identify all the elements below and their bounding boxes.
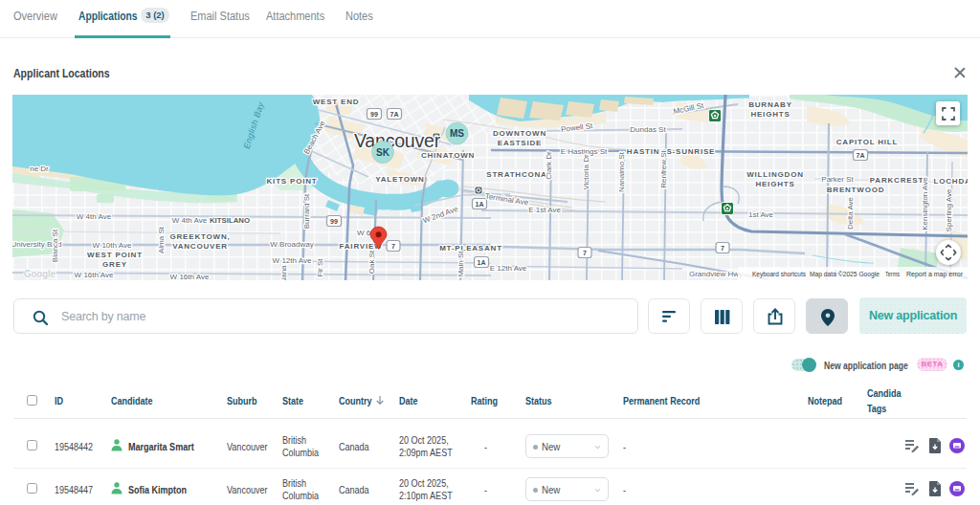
svg-text:Blanca St: Blanca St	[51, 229, 59, 262]
svg-text:Kensington Ave: Kensington Ave	[921, 177, 929, 231]
svg-text:WILLINGDON: WILLINGDON	[746, 170, 804, 179]
svg-text:CHINATOWN: CHINATOWN	[421, 151, 475, 160]
svg-text:CAPITOL HILL: CAPITOL HILL	[836, 138, 898, 146]
svg-text:1A: 1A	[476, 201, 484, 208]
svg-text:Vancouver: Vancouver	[354, 130, 441, 151]
svg-text:W 16th Ave: W 16th Ave	[75, 271, 114, 279]
svg-text:7A: 7A	[390, 111, 399, 118]
svg-text:SK: SK	[376, 147, 390, 158]
svg-text:7: 7	[583, 250, 587, 256]
svg-text:Nana: Nana	[279, 265, 288, 280]
svg-text:Parker St: Parker St	[821, 175, 854, 184]
svg-text:VANCOUVER: VANCOUVER	[172, 242, 228, 251]
svg-text:HEIGHTS: HEIGHTS	[750, 110, 790, 119]
svg-text:E 12th Ave: E 12th Ave	[490, 264, 527, 273]
svg-text:Alma St: Alma St	[157, 226, 166, 253]
svg-text:99: 99	[330, 218, 338, 225]
svg-text:EASTSIDE: EASTSIDE	[498, 139, 542, 147]
svg-text:ne Dr: ne Dr	[30, 165, 49, 173]
svg-text:Nanaimo St: Nanaimo St	[617, 151, 626, 192]
svg-text:Renfrew St: Renfrew St	[659, 149, 668, 187]
svg-text:Map data ©2025 Google: Map data ©2025 Google	[810, 270, 880, 278]
svg-text:Google: Google	[24, 268, 56, 279]
svg-text:BURNABY: BURNABY	[748, 100, 792, 109]
svg-text:HEIGHTS: HEIGHTS	[755, 180, 794, 188]
svg-text:Terms: Terms	[885, 270, 900, 278]
svg-text:Victoria Dr: Victoria Dr	[582, 154, 590, 190]
svg-text:7: 7	[721, 245, 724, 252]
svg-text:7: 7	[391, 243, 395, 250]
svg-text:Fir St: Fir St	[316, 258, 324, 277]
svg-text:7A: 7A	[857, 152, 865, 159]
svg-text:PARKCREST: PARKCREST	[870, 176, 924, 185]
svg-text:W 4th Ave: W 4th Ave	[77, 212, 112, 221]
svg-text:Keyboard shortcuts: Keyboard shortcuts	[752, 270, 806, 278]
svg-text:KITSILANO: KITSILANO	[210, 216, 250, 225]
svg-text:GREEKTOWN,: GREEKTOWN,	[170, 232, 231, 241]
svg-text:LOCHDALE: LOCHDALE	[934, 177, 968, 186]
svg-text:Burrard St: Burrard St	[302, 193, 311, 229]
svg-text:W 12th Ave: W 12th Ave	[273, 256, 312, 265]
svg-text:Report a map error: Report a map error	[906, 270, 964, 278]
svg-text:MS: MS	[450, 128, 464, 139]
svg-text:W 16th Ave: W 16th Ave	[170, 273, 210, 280]
svg-text:YALETOWN: YALETOWN	[375, 175, 424, 184]
svg-text:Grandview Hwy: Grandview Hwy	[689, 270, 743, 278]
svg-text:MT-PLEASANT: MT-PLEASANT	[439, 244, 502, 252]
svg-text:WEST END: WEST END	[313, 98, 360, 106]
svg-text:HASTINGS-SUNRISE: HASTINGS-SUNRISE	[627, 147, 715, 156]
svg-text:W Broadway: W Broadway	[270, 240, 313, 249]
svg-text:Clark Dr: Clark Dr	[545, 151, 553, 180]
svg-text:DOWNTOWN: DOWNTOWN	[493, 129, 546, 138]
svg-text:KITS POINT: KITS POINT	[267, 177, 318, 186]
svg-text:WEST POINT: WEST POINT	[87, 251, 143, 259]
svg-text:Sperling Ave: Sperling Ave	[945, 188, 953, 231]
svg-text:Oak St: Oak St	[368, 250, 376, 274]
svg-text:Delta Ave: Delta Ave	[846, 196, 855, 230]
svg-text:1st Ave: 1st Ave	[748, 210, 774, 219]
svg-text:1A: 1A	[478, 259, 486, 266]
svg-text:E 1st Ave: E 1st Ave	[528, 206, 561, 214]
svg-text:W 10th Ave: W 10th Ave	[93, 241, 132, 250]
svg-text:Main St: Main St	[457, 251, 465, 277]
svg-text:99: 99	[370, 111, 378, 118]
svg-text:STRATHCONA: STRATHCONA	[486, 170, 546, 179]
svg-text:Dundas St: Dundas St	[630, 125, 666, 134]
svg-text:W 4th Ave: W 4th Ave	[172, 216, 208, 225]
svg-text:BRENTWOOD: BRENTWOOD	[827, 186, 885, 194]
svg-text:GREY: GREY	[102, 260, 127, 269]
